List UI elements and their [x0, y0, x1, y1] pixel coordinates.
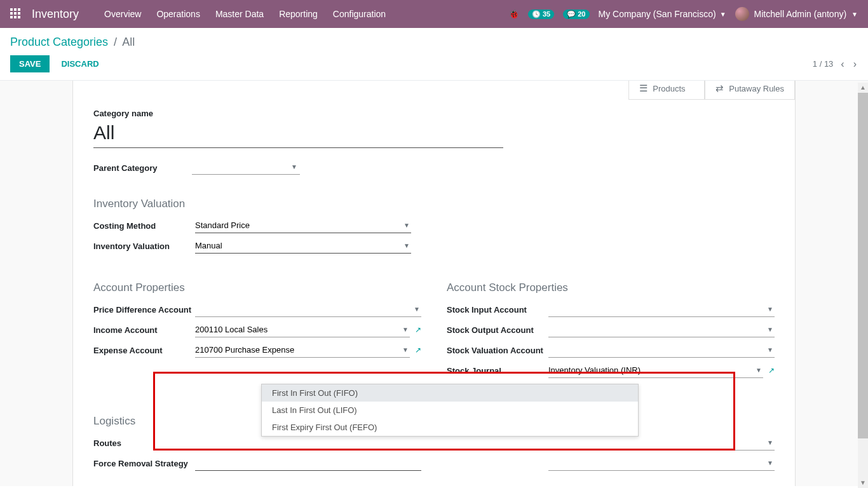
- avatar: [735, 7, 749, 21]
- nav-configuration[interactable]: Configuration: [325, 0, 393, 28]
- routes-label: Routes: [93, 438, 195, 448]
- inventory-valuation-select[interactable]: [195, 238, 411, 254]
- breadcrumb-current: All: [122, 36, 135, 48]
- stock-output-input[interactable]: [548, 322, 775, 337]
- price-diff-input[interactable]: [195, 302, 421, 317]
- breadcrumb-sep: /: [114, 36, 117, 48]
- income-account-label: Income Account: [93, 325, 195, 335]
- stock-valuation-label: Stock Valuation Account: [447, 346, 548, 355]
- expense-account-label: Expense Account: [93, 346, 195, 355]
- nav-reporting[interactable]: Reporting: [271, 0, 325, 28]
- company-name: My Company (San Francisco): [599, 9, 716, 19]
- parent-category-input[interactable]: [192, 161, 300, 175]
- section-account-stock: Account Stock Properties: [447, 281, 775, 294]
- scrollbar-thumb[interactable]: [858, 83, 868, 438]
- debug-icon[interactable]: 🐞: [508, 9, 519, 19]
- discuss-badge[interactable]: 💬20: [563, 10, 589, 19]
- shuffle-icon: ⇄: [715, 83, 724, 94]
- stock-journal-input[interactable]: [548, 363, 763, 378]
- dropdown-item-lifo[interactable]: Last In First Out (LIFO): [262, 402, 638, 419]
- price-diff-label: Price Difference Account: [93, 305, 195, 315]
- scroll-up-icon[interactable]: ▲: [858, 83, 868, 93]
- breadcrumb-parent[interactable]: Product Categories: [10, 36, 108, 48]
- form-container: ☰ Products ⇄ Putaway Rules Category name…: [0, 81, 868, 486]
- brand-title[interactable]: Inventory: [32, 8, 79, 21]
- scroll-down-icon[interactable]: ▼: [858, 478, 868, 488]
- apps-icon[interactable]: [10, 8, 22, 20]
- control-panel: Product Categories / All SAVE DISCARD 1 …: [0, 28, 868, 81]
- pager: 1 / 13 ‹ ›: [813, 58, 858, 70]
- pager-text[interactable]: 1 / 13: [813, 59, 834, 69]
- section-inventory-valuation: Inventory Valuation: [93, 198, 775, 210]
- smart-products-button[interactable]: ☰ Products: [628, 81, 705, 100]
- stock-input-label: Stock Input Account: [447, 305, 548, 315]
- category-name-label: Category name: [93, 109, 775, 118]
- discard-button[interactable]: DISCARD: [55, 55, 105, 72]
- discuss-count: 20: [578, 10, 585, 18]
- expense-account-input[interactable]: [195, 342, 410, 358]
- strategy-right-input[interactable]: [548, 456, 775, 471]
- nav-master-data[interactable]: Master Data: [208, 0, 271, 28]
- smart-putaway-label: Putaway Rules: [729, 84, 784, 93]
- smart-putaway-button[interactable]: ⇄ Putaway Rules: [705, 81, 795, 100]
- removal-strategy-dropdown: First In First Out (FIFO) Last In First …: [261, 384, 639, 437]
- stock-input-input[interactable]: [548, 302, 775, 317]
- stock-journal-label: Stock Journal: [447, 366, 548, 376]
- top-navbar: Inventory Overview Operations Master Dat…: [0, 0, 868, 28]
- smart-buttons: ☰ Products ⇄ Putaway Rules: [628, 81, 795, 100]
- form-sheet: ☰ Products ⇄ Putaway Rules Category name…: [72, 81, 796, 486]
- section-account-properties: Account Properties: [93, 281, 421, 294]
- activities-badge[interactable]: 🕓35: [528, 10, 554, 19]
- routes-right-input[interactable]: [548, 435, 775, 451]
- external-link-icon[interactable]: ↗: [415, 325, 421, 334]
- save-button[interactable]: SAVE: [10, 55, 50, 72]
- user-menu[interactable]: Mitchell Admin (antony) ▼: [735, 7, 858, 21]
- user-name: Mitchell Admin (antony): [754, 9, 847, 19]
- nav-menu: Overview Operations Master Data Reportin…: [97, 0, 393, 28]
- activities-count: 35: [543, 10, 550, 18]
- costing-method-select[interactable]: [195, 218, 411, 233]
- stock-output-label: Stock Output Account: [447, 325, 548, 335]
- chevron-down-icon: ▼: [720, 11, 726, 18]
- list-icon: ☰: [639, 83, 648, 94]
- inventory-valuation-label: Inventory Valuation: [93, 241, 195, 251]
- external-link-icon[interactable]: ↗: [768, 366, 775, 375]
- parent-category-label: Parent Category: [93, 163, 192, 173]
- nav-operations[interactable]: Operations: [149, 0, 207, 28]
- pager-next-icon[interactable]: ›: [852, 58, 858, 70]
- costing-method-label: Costing Method: [93, 221, 195, 231]
- breadcrumb: Product Categories / All: [10, 36, 858, 49]
- dropdown-item-fifo[interactable]: First In First Out (FIFO): [262, 384, 638, 402]
- dropdown-item-fefo[interactable]: First Expiry First Out (FEFO): [262, 419, 638, 436]
- force-removal-input[interactable]: [195, 456, 421, 471]
- force-removal-label: Force Removal Strategy: [93, 459, 195, 468]
- scrollbar[interactable]: ▲ ▼: [858, 83, 868, 488]
- stock-valuation-input[interactable]: [548, 342, 775, 358]
- company-switcher[interactable]: My Company (San Francisco) ▼: [599, 9, 726, 19]
- income-account-input[interactable]: [195, 322, 410, 337]
- category-name-input[interactable]: [93, 121, 503, 148]
- smart-products-label: Products: [653, 84, 685, 93]
- pager-prev-icon[interactable]: ‹: [839, 58, 845, 70]
- chevron-down-icon: ▼: [851, 11, 858, 18]
- nav-overview[interactable]: Overview: [97, 0, 149, 28]
- external-link-icon[interactable]: ↗: [415, 346, 421, 355]
